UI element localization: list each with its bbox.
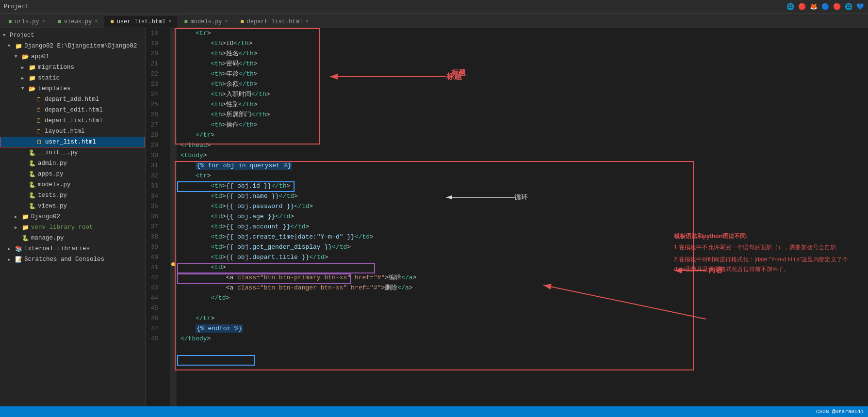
- code-line-43: <a class="btn btn-danger btn-xs" href="#…: [180, 283, 864, 293]
- folder-icon: 📁: [28, 74, 36, 82]
- code-line-32: <tr>: [180, 171, 864, 181]
- sidebar-label: depart_edit.html: [45, 107, 103, 113]
- top-bar-icons: 🌐 🔴 🦊 🔵 🔴 🌐 💙: [786, 3, 864, 11]
- main-area: ▼ Project ▼ 📁 Django02 E:\Djangoitem\Dja…: [0, 28, 868, 406]
- py-icon: ■: [8, 18, 12, 25]
- code-content[interactable]: <tr> <th>ID</th> <th>姓名</th> <th>密码</th>…: [177, 28, 868, 406]
- sidebar-label: migrations: [38, 64, 74, 71]
- code-line-40: <td>{{ obj.depart.title }}</td>: [180, 252, 864, 262]
- sidebar-label: apps.py: [38, 171, 64, 177]
- tab-close-icon[interactable]: ×: [306, 19, 309, 24]
- lib-icon: 📚: [15, 245, 22, 253]
- sidebar-label: depart_add.html: [45, 96, 99, 103]
- folder-icon: 📁: [21, 224, 29, 231]
- py-file-icon: 🐍: [28, 181, 36, 189]
- sidebar-label: manage.py: [31, 235, 64, 241]
- code-line-26: <th>所属部门</th>: [180, 110, 864, 120]
- sidebar-item-apps[interactable]: 🐍 apps.py: [0, 169, 145, 179]
- arrow-icon: ▼: [21, 86, 28, 91]
- folder-icon: 📁: [28, 64, 36, 71]
- sidebar-item-manage[interactable]: 🐍 manage.py: [0, 233, 145, 243]
- py-file-icon: 🐍: [28, 160, 36, 167]
- sidebar-item-templates[interactable]: ▼ 📂 templates: [0, 83, 145, 94]
- sidebar-label: static: [38, 75, 60, 81]
- sidebar-label: admin.py: [38, 160, 67, 167]
- sidebar-item-depart-list[interactable]: 🗒 depart_list.html: [0, 115, 145, 126]
- tab-label: user_list.html: [117, 18, 166, 25]
- sidebar-item-views[interactable]: 🐍 views.py: [0, 201, 145, 211]
- tab-urls-py[interactable]: ■ urls.py ×: [2, 15, 51, 28]
- sidebar-item-django02[interactable]: ▼ 📁 Django02 E:\Djangoitem\Django02: [0, 41, 145, 51]
- tab-models-py[interactable]: ■ models.py ×: [178, 15, 234, 28]
- sidebar-item-tests[interactable]: 🐍 tests.py: [0, 190, 145, 201]
- arrow-icon: ▶: [8, 257, 15, 262]
- sidebar-label: templates: [38, 85, 71, 92]
- sidebar-item-models[interactable]: 🐍 models.py: [0, 179, 145, 190]
- sidebar-item-user-list[interactable]: 🗒 user_list.html: [0, 137, 145, 147]
- sidebar-label: Django02: [31, 213, 60, 220]
- tab-close-icon[interactable]: ×: [169, 19, 172, 24]
- code-line-41: <td>: [180, 262, 864, 273]
- code-line-19: <th>ID</th>: [180, 38, 864, 48]
- sidebar-project-header[interactable]: ▼ Project: [0, 30, 145, 41]
- gutter-indicator: [170, 28, 177, 406]
- arrow-icon: ▶: [15, 225, 21, 230]
- tab-label: views.py: [64, 18, 92, 25]
- code-line-20: <th>姓名</th>: [180, 48, 864, 59]
- tab-bar: ■ urls.py × ■ views.py × ■ user_list.htm…: [0, 14, 868, 28]
- sidebar-label: depart_list.html: [45, 117, 103, 124]
- html-file-icon: 🗒: [35, 138, 43, 146]
- arrow-icon: ▶: [21, 76, 28, 81]
- sidebar-label: models.py: [38, 181, 71, 188]
- sidebar-item-venv[interactable]: ▶ 📁 venv library root: [0, 222, 145, 233]
- arrow-icon: ▼: [3, 33, 10, 38]
- csdn-label: CSDN @Stara0511: [816, 409, 864, 415]
- project-title: Project: [4, 3, 28, 10]
- py-file-icon: 🐍: [28, 170, 36, 178]
- code-line-28: </tr>: [180, 130, 864, 140]
- code-line-47: {% endfor %}: [180, 323, 864, 334]
- code-line-30: <tbody>: [180, 150, 864, 160]
- py-file-icon: 🐍: [28, 192, 36, 199]
- tab-views-py[interactable]: ■ views.py ×: [51, 15, 104, 28]
- code-line-38: <td>{{ obj.create_time|date:"Y-m-d" }}</…: [180, 232, 864, 242]
- sidebar-label: External Libraries: [24, 245, 90, 252]
- tab-close-icon[interactable]: ×: [42, 19, 45, 24]
- sidebar-item-migrations[interactable]: ▶ 📁 migrations: [0, 62, 145, 73]
- folder-icon: 📁: [21, 213, 29, 221]
- sidebar-item-static[interactable]: ▶ 📁 static: [0, 73, 145, 83]
- sidebar-item-admin[interactable]: 🐍 admin.py: [0, 158, 145, 169]
- sidebar-item-scratches[interactable]: ▶ 📝 Scratches and Consoles: [0, 254, 145, 265]
- tab-close-icon[interactable]: ×: [225, 19, 228, 24]
- py-file-icon: 🐍: [21, 234, 29, 242]
- arrow-icon: ▶: [8, 246, 15, 252]
- sidebar-label: layout.html: [45, 128, 85, 135]
- sidebar-item-django02-sub[interactable]: ▶ 📁 Django02: [0, 211, 145, 222]
- sidebar-item-init[interactable]: 🐍 __init__.py: [0, 147, 145, 158]
- top-bar: Project 🌐 🔴 🦊 🔵 🔴 🌐 💙: [0, 0, 868, 14]
- arrow-icon: ▶: [15, 214, 21, 220]
- sidebar-item-layout[interactable]: 🗒 layout.html: [0, 126, 145, 137]
- sidebar-item-app01[interactable]: ▼ 📂 app01: [0, 51, 145, 62]
- sidebar-project-label: Project: [10, 32, 34, 39]
- tab-close-icon[interactable]: ×: [95, 19, 98, 24]
- sidebar-item-depart-edit[interactable]: 🗒 depart_edit.html: [0, 105, 145, 115]
- sidebar-item-depart-add[interactable]: 🗒 depart_add.html: [0, 94, 145, 105]
- code-line-27: <th>操作</th>: [180, 120, 864, 130]
- tab-depart-list-html[interactable]: ■ depart_list.html ×: [234, 15, 315, 28]
- folder-icon: 📂: [21, 53, 29, 61]
- html-file-icon: 🗒: [35, 117, 43, 125]
- html-file-icon: 🗒: [35, 106, 43, 114]
- code-line-42: <a class="btn btn-primary btn-xs" href="…: [180, 273, 864, 283]
- code-line-45: [180, 303, 864, 313]
- tab-label: depart_list.html: [247, 18, 303, 25]
- code-line-29: </thead>: [180, 140, 864, 150]
- folder-icon: 📂: [28, 85, 36, 93]
- tab-user-list-html[interactable]: ■ user_list.html ×: [104, 15, 178, 28]
- sidebar-item-external-libs[interactable]: ▶ 📚 External Libraries: [0, 243, 145, 254]
- arrow-icon: ▼: [15, 54, 21, 59]
- code-line-39: <td>{{ obj.get_gender_display }}</td>: [180, 242, 864, 252]
- sidebar-label: user_list.html: [45, 139, 96, 145]
- code-line-36: <td>{{ obj.age }}</td>: [180, 211, 864, 222]
- tab-label: urls.py: [15, 18, 39, 25]
